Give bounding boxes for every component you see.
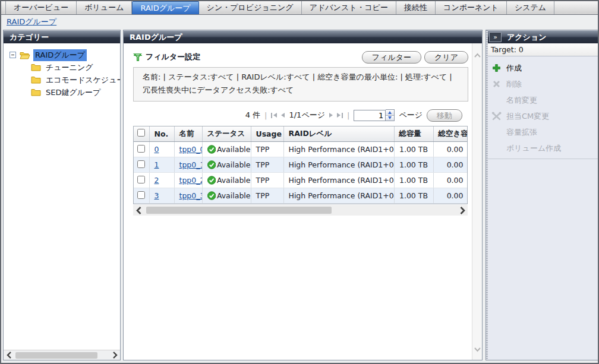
total-capacity-cell: 1.00 TB xyxy=(394,157,433,173)
pagination-separator: | xyxy=(347,111,349,120)
select-all-checkbox[interactable] xyxy=(137,129,145,137)
storage-management-window: オーバービュー ボリューム RAIDグループ シン・プロビジョニング アドバンス… xyxy=(0,0,599,364)
tab-system[interactable]: システム xyxy=(507,1,554,14)
page-indicator: 1/1ページ xyxy=(289,110,325,121)
row-checkbox[interactable] xyxy=(137,191,145,199)
clear-button[interactable]: クリア xyxy=(424,51,468,64)
folder-icon xyxy=(31,64,41,71)
table-header-row: No. 名前 ステータス Usage RAIDレベル 総容量 総空き容量 xyxy=(134,126,468,142)
filter-button[interactable]: フィルター xyxy=(362,51,421,64)
tab-raid-group[interactable]: RAIDグループ xyxy=(132,1,198,14)
raid-level-cell: High Performance (RAID1+0) xyxy=(283,142,394,157)
plus-icon xyxy=(492,64,501,72)
status-ok-icon xyxy=(207,176,216,185)
next-page-button[interactable] xyxy=(329,113,333,118)
tab-thin-provisioning[interactable]: シン・プロビジョニング xyxy=(199,1,302,14)
tab-connectivity[interactable]: 接続性 xyxy=(396,1,436,14)
status-text: Available xyxy=(217,176,251,185)
row-no-link[interactable]: 2 xyxy=(155,176,159,185)
filter-summary-line2: 冗長性喪失中にデータアクセス失敗:すべて xyxy=(143,84,462,97)
filter-section-header: フィルター設定 フィルター クリア xyxy=(133,49,468,65)
tree-item-sed-key-group[interactable]: SED鍵グループ xyxy=(10,86,120,99)
row-no-link[interactable]: 0 xyxy=(155,145,159,154)
tree-collapse-icon[interactable] xyxy=(10,52,16,58)
go-button[interactable]: 移動 xyxy=(427,109,462,122)
row-name-link[interactable]: tpp0_0 xyxy=(179,145,203,154)
action-label: 名前変更 xyxy=(506,95,537,106)
collapse-panel-button[interactable]: » xyxy=(489,32,502,42)
breadcrumb: RAIDグループ xyxy=(1,15,598,29)
action-change-cm[interactable]: 担当CM変更 xyxy=(486,108,598,124)
action-create-volume[interactable]: ボリューム作成 xyxy=(486,140,598,156)
scroll-right-icon[interactable] xyxy=(111,351,119,359)
action-label: 担当CM変更 xyxy=(506,111,549,122)
column-header-no: No. xyxy=(149,126,174,142)
scroll-right-icon[interactable] xyxy=(458,206,466,214)
category-horizontal-scrollbar[interactable] xyxy=(4,350,120,360)
tree-item-label[interactable]: エコモードスケジュール xyxy=(44,74,120,86)
scroll-down-icon[interactable] xyxy=(474,345,481,354)
tree-item-label[interactable]: RAIDグループ xyxy=(33,49,87,61)
main-vertical-scrollbar[interactable] xyxy=(472,43,482,360)
row-checkbox[interactable] xyxy=(137,160,145,168)
tab-advanced-copy[interactable]: アドバンスト・コピー xyxy=(302,1,396,14)
action-label: 削除 xyxy=(506,79,522,90)
column-header-usage: Usage xyxy=(251,126,283,142)
folder-icon xyxy=(31,88,41,96)
action-rename[interactable]: 名前変更 xyxy=(486,92,598,108)
action-create[interactable]: 作成 xyxy=(486,60,598,76)
status-text: Available xyxy=(217,160,251,169)
page-number-input[interactable] xyxy=(354,110,386,121)
tab-overview[interactable]: オーバービュー xyxy=(5,1,77,14)
tree-item-label[interactable]: チューニング xyxy=(44,62,95,74)
scroll-left-icon[interactable] xyxy=(134,206,143,214)
column-header-free-capacity: 総空き容量 xyxy=(433,126,468,142)
stepper-down-icon[interactable] xyxy=(386,115,394,121)
breadcrumb-raid-group-link[interactable]: RAIDグループ xyxy=(7,17,56,27)
table-row: 2 tpp0_2 Available TPP High Performance … xyxy=(134,173,468,188)
row-checkbox[interactable] xyxy=(137,145,145,153)
row-no-link[interactable]: 3 xyxy=(155,191,159,200)
table-row: 1 tpp0_1 Available TPP High Performance … xyxy=(134,157,468,173)
tools-icon xyxy=(491,112,502,121)
row-name-link[interactable]: tpp0_1 xyxy=(179,160,203,169)
usage-cell: TPP xyxy=(251,173,283,188)
action-item-list: 作成 削除 名前変更 担当CM変更 容量拡張 ボリューム作成 xyxy=(486,56,598,159)
status-ok-icon xyxy=(207,160,216,169)
scroll-up-icon[interactable] xyxy=(474,50,481,59)
filter-summary-box: 名前: | ステータス:すべて | RAIDレベル:すべて | 総空き容量の最小… xyxy=(133,67,468,102)
previous-page-button[interactable] xyxy=(281,113,285,118)
last-page-button[interactable] xyxy=(337,113,343,118)
scroll-left-icon[interactable] xyxy=(5,351,13,359)
column-header-name: 名前 xyxy=(174,126,202,142)
tree-item-label[interactable]: SED鍵グループ xyxy=(44,87,102,99)
tree-item-tuning[interactable]: チューニング xyxy=(10,61,120,74)
row-name-link[interactable]: tpp0_2 xyxy=(179,176,203,185)
action-panel-header: » アクション xyxy=(486,30,598,43)
tab-component[interactable]: コンポーネント xyxy=(436,1,507,14)
tab-volume[interactable]: ボリューム xyxy=(77,1,132,14)
first-page-button[interactable] xyxy=(271,113,277,118)
action-label: 容量拡張 xyxy=(506,127,537,138)
table-horizontal-scrollbar[interactable] xyxy=(133,205,468,216)
action-label: 作成 xyxy=(506,63,522,74)
tree-item-eco-mode-schedule[interactable]: エコモードスケジュール xyxy=(10,74,120,86)
filter-summary-line1: 名前: | ステータス:すべて | RAIDレベル:すべて | 総空き容量の最小… xyxy=(143,71,462,84)
total-capacity-cell: 1.00 TB xyxy=(394,142,433,157)
row-name-link[interactable]: tpp0_3 xyxy=(179,191,203,200)
scroll-thumb[interactable] xyxy=(15,352,97,359)
raid-group-panel: RAIDグループ フィルター設定 xyxy=(123,30,483,360)
tree-item-raid-group[interactable]: RAIDグループ xyxy=(10,49,120,61)
status-ok-icon xyxy=(207,191,216,200)
row-checkbox[interactable] xyxy=(137,176,145,183)
action-delete[interactable]: 削除 xyxy=(486,76,598,92)
scroll-thumb[interactable] xyxy=(146,207,332,214)
stepper-up-icon[interactable] xyxy=(386,110,394,115)
raid-level-cell: High Performance (RAID1+0) xyxy=(283,157,394,173)
raid-level-cell: High Performance (RAID1+0) xyxy=(283,173,394,188)
action-expand-capacity[interactable]: 容量拡張 xyxy=(486,124,598,140)
main-tab-bar: オーバービュー ボリューム RAIDグループ シン・プロビジョニング アドバンス… xyxy=(1,1,598,15)
free-capacity-cell: 0.00 xyxy=(433,173,468,188)
record-count: 4 件 xyxy=(245,110,260,121)
row-no-link[interactable]: 1 xyxy=(155,160,159,169)
